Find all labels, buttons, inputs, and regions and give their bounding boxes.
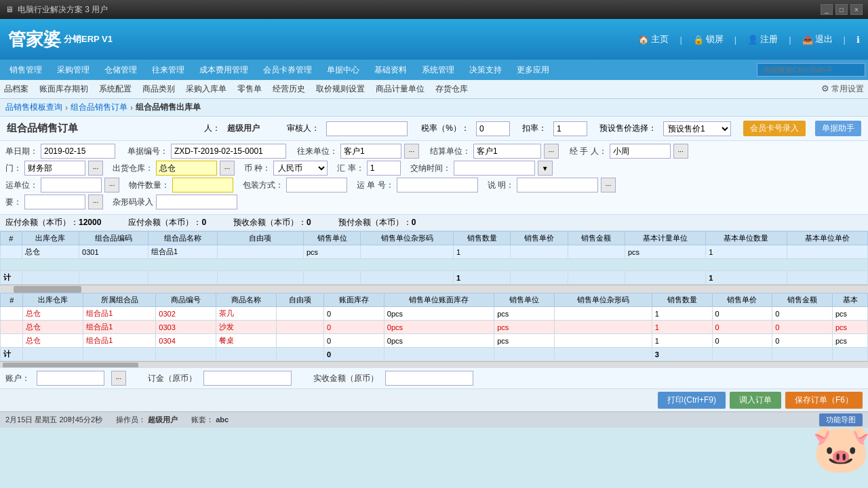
- toolbar-item-retail[interactable]: 零售单: [237, 83, 262, 95]
- menu-purchase[interactable]: 采购管理: [50, 62, 96, 79]
- toolbar-item-purchase-in[interactable]: 采购入库单: [186, 83, 226, 95]
- home-link[interactable]: 🏠 主页: [638, 33, 669, 45]
- waybill-input[interactable]: [397, 178, 478, 192]
- to-unit-input[interactable]: [340, 144, 401, 159]
- form-row-3: 运单位： ··· 物件数量： 包装方式： 运 单 号： 说 明： ···: [5, 178, 863, 192]
- menu-bills[interactable]: 单据中心: [320, 62, 366, 79]
- toolbar-item-products[interactable]: 品档案: [4, 83, 28, 95]
- settle-input[interactable]: [473, 144, 541, 159]
- maximize-btn[interactable]: □: [835, 4, 848, 15]
- payable-label: 应付余额（本币）：0: [128, 217, 206, 228]
- breadcrumb-item-2[interactable]: 组合品销售订单: [71, 102, 127, 113]
- titlebar-controls[interactable]: _ □ ×: [821, 4, 863, 15]
- mascot: 🐷: [814, 404, 868, 472]
- minimize-btn[interactable]: _: [821, 4, 833, 15]
- barcode-label: 杂形码录入: [113, 197, 153, 208]
- member-btn[interactable]: 会员卡号录入: [743, 121, 806, 136]
- presale-select[interactable]: 预设售价1: [663, 121, 731, 136]
- presale-label: 预设售价选择：: [599, 123, 656, 134]
- help-btn[interactable]: 单据助手: [815, 121, 861, 136]
- warehouse-input[interactable]: [156, 161, 217, 176]
- menu-more[interactable]: 更多应用: [510, 62, 556, 79]
- form-row-1: 单日期： 单据编号： 往来单位： ··· 结算单位： ··· 经 手 人： ··…: [5, 144, 863, 159]
- handler-dot-btn[interactable]: ···: [673, 144, 688, 159]
- waybill-label: 运 单 号：: [357, 180, 394, 191]
- info-link[interactable]: ℹ: [856, 35, 860, 45]
- menu-basic[interactable]: 基础资料: [368, 62, 414, 79]
- bcol-qty: 销售数量: [652, 293, 712, 307]
- tax-input[interactable]: [476, 121, 510, 136]
- currency-select[interactable]: 人民币: [273, 161, 328, 176]
- table-row-empty: [1, 259, 868, 271]
- menu-member[interactable]: 会员卡券管理: [256, 62, 319, 79]
- warehouse-dot-btn[interactable]: ···: [220, 161, 235, 176]
- txn-time-dot-btn[interactable]: ▼: [538, 161, 553, 176]
- discount-input[interactable]: [553, 121, 587, 136]
- top-table: # 出库仓库 组合品编码 组合品名称 自由项 销售单位 销售单位杂形码 销售数量…: [0, 231, 868, 285]
- need-input[interactable]: [24, 195, 85, 209]
- menu-cost[interactable]: 成本费用管理: [193, 62, 255, 79]
- import-btn[interactable]: 调入订单: [730, 392, 781, 409]
- toolbar-item-category[interactable]: 商品类别: [142, 83, 175, 95]
- logout-link[interactable]: 📤 退出: [802, 33, 833, 45]
- settings-button[interactable]: ⚙ 常用设置: [821, 83, 864, 95]
- lock-link[interactable]: 🔒 锁屏: [693, 33, 724, 45]
- barcode-input[interactable]: [156, 195, 237, 209]
- tax-label: 税率（%）：: [421, 123, 469, 134]
- toolbar-item-warehouse[interactable]: 存货仓库: [435, 83, 468, 95]
- bottom-scrollbar[interactable]: [0, 361, 868, 367]
- top-scroll-thumb[interactable]: [14, 286, 81, 293]
- toolbar-item-uom[interactable]: 商品计量单位: [376, 83, 425, 95]
- top-table-wrap: # 出库仓库 组合品编码 组合品名称 自由项 销售单位 销售单位杂形码 销售数量…: [0, 231, 868, 293]
- bill-no-input[interactable]: [171, 144, 286, 159]
- top-scrollbar[interactable]: [0, 285, 868, 293]
- txn-time-input[interactable]: [454, 161, 535, 176]
- menu-system[interactable]: 系统管理: [415, 62, 461, 79]
- table-row[interactable]: 总仓 组合品1 0302 茶几 0 0pcs pcs 1 0 0 pcs: [1, 307, 868, 321]
- ship-unit-dot-btn[interactable]: ···: [104, 178, 119, 192]
- account-input[interactable]: [37, 371, 104, 386]
- parts-qty-input[interactable]: [172, 178, 233, 192]
- table-row[interactable]: 总仓 0301 组合品1 pcs 1 pcs 1: [1, 245, 868, 259]
- toolbar-item-history[interactable]: 经营历史: [273, 83, 305, 95]
- summary-bar: 应付余额（本币）：12000 应付余额（本币）：0 预收余额（本币）：0 预付余…: [0, 215, 868, 231]
- exchange-input[interactable]: [367, 161, 401, 176]
- print-btn[interactable]: 打印(Ctrl+F9): [658, 392, 726, 409]
- date-input[interactable]: [41, 144, 115, 159]
- table-row[interactable]: 总仓 组合品1 0303 沙发 0 0pcs pcs 1 0 0 pcs: [1, 321, 868, 334]
- remark-dot-btn[interactable]: ···: [601, 178, 616, 192]
- need-dot-btn[interactable]: ···: [88, 195, 103, 209]
- bottom-scroll-thumb[interactable]: [3, 363, 138, 367]
- dept-input[interactable]: [24, 161, 85, 176]
- pack-input[interactable]: [286, 178, 347, 192]
- account-dot-btn[interactable]: ···: [111, 371, 126, 386]
- func-search-input[interactable]: [757, 63, 865, 77]
- col-base-unit: 基本计量单位: [625, 232, 705, 245]
- footer-buttons: 打印(Ctrl+F9) 调入订单 保存订单（F6）: [0, 388, 868, 411]
- handler-input[interactable]: [610, 144, 671, 159]
- order-input[interactable]: [203, 371, 292, 386]
- toolbar-item-ledger[interactable]: 账面库存期初: [39, 83, 88, 95]
- auditor-input[interactable]: [326, 121, 408, 136]
- col-base-qty: 基本单位数量: [706, 232, 787, 245]
- breadcrumb-item-1[interactable]: 品销售模板查询: [5, 102, 62, 113]
- toolbar-item-sysconfig[interactable]: 系统配置: [99, 83, 132, 95]
- to-unit-dot-btn[interactable]: ···: [404, 144, 419, 159]
- remark-input[interactable]: [517, 178, 598, 192]
- actual-input[interactable]: [385, 371, 473, 386]
- table-row[interactable]: 总仓 组合品1 0304 餐桌 0 0pcs pcs 1 0 0 pcs: [1, 334, 868, 348]
- close-btn[interactable]: ×: [850, 4, 863, 15]
- menu-transactions[interactable]: 往来管理: [145, 62, 191, 79]
- ship-unit-label: 运单位：: [5, 180, 38, 191]
- dept-dot-btn[interactable]: ···: [88, 161, 103, 176]
- menu-decision[interactable]: 决策支持: [462, 62, 509, 79]
- bottom-table-wrap: # 出库仓库 所属组合品 商品编号 商品名称 自由项 账面库存 销售单位账面库存…: [0, 293, 868, 367]
- bcol-amount: 销售金额: [772, 293, 833, 307]
- register-link[interactable]: 👤 注册: [747, 33, 778, 45]
- settle-dot-btn[interactable]: ···: [544, 144, 559, 159]
- menu-warehouse[interactable]: 仓储管理: [98, 62, 144, 79]
- ship-unit-input[interactable]: [41, 178, 102, 192]
- user-label: 人：: [204, 123, 220, 134]
- menu-sales[interactable]: 销售管理: [3, 62, 49, 79]
- toolbar-item-price-rules[interactable]: 取价规则设置: [316, 83, 365, 95]
